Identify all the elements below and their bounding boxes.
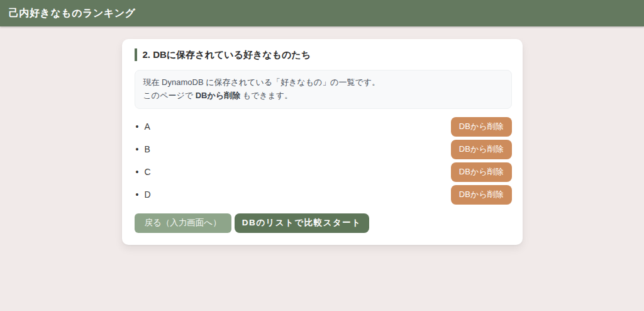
- start-compare-button[interactable]: DBのリストで比較スタート: [235, 213, 369, 233]
- delete-from-db-button[interactable]: DBから削除: [451, 162, 512, 182]
- item-label-wrap: • D: [135, 189, 151, 200]
- card-heading: 2. DBに保存されている好きなものたち: [135, 48, 512, 61]
- info-line-2: このページで DBから削除 もできます。: [143, 89, 503, 103]
- info-line-2-prefix: このページで: [143, 91, 196, 100]
- info-line-1: 現在 DynamoDB に保存されている「好きなもの」の一覧です。: [143, 76, 503, 89]
- bullet-icon: •: [136, 122, 139, 132]
- app-title: 己内好きなものランキング: [9, 7, 135, 20]
- info-line-2-suffix: もできます。: [240, 91, 292, 100]
- db-list-card: 2. DBに保存されている好きなものたち 現在 DynamoDB に保存されてい…: [122, 39, 523, 245]
- main-content: 2. DBに保存されている好きなものたち 現在 DynamoDB に保存されてい…: [0, 39, 644, 245]
- back-to-input-button[interactable]: 戻る（入力画面へ）: [135, 213, 231, 233]
- item-label-wrap: • C: [135, 167, 151, 177]
- item-label-wrap: • B: [135, 144, 150, 154]
- item-label: B: [144, 144, 150, 154]
- list-item: • C DBから削除: [135, 162, 512, 182]
- info-box: 現在 DynamoDB に保存されている「好きなもの」の一覧です。 このページで…: [135, 70, 512, 109]
- delete-from-db-button[interactable]: DBから削除: [451, 140, 512, 159]
- bullet-icon: •: [136, 144, 139, 154]
- item-label: D: [144, 189, 150, 200]
- item-label: C: [144, 167, 150, 177]
- item-label-wrap: • A: [135, 122, 150, 132]
- list-item: • A DBから削除: [135, 117, 512, 137]
- item-label: A: [144, 122, 150, 132]
- bullet-icon: •: [136, 167, 139, 177]
- bullet-icon: •: [136, 189, 139, 200]
- app-header: 己内好きなものランキング: [0, 0, 644, 26]
- footer-actions: 戻る（入力画面へ） DBのリストで比較スタート: [135, 213, 512, 233]
- delete-from-db-button[interactable]: DBから削除: [451, 185, 512, 205]
- delete-from-db-button[interactable]: DBから削除: [451, 117, 512, 137]
- list-item: • B DBから削除: [135, 140, 512, 159]
- info-line-2-bold: DBから削除: [196, 91, 240, 100]
- list-item: • D DBから削除: [135, 185, 512, 205]
- favorites-list: • A DBから削除 • B DBから削除 • C DBから削除: [135, 117, 512, 205]
